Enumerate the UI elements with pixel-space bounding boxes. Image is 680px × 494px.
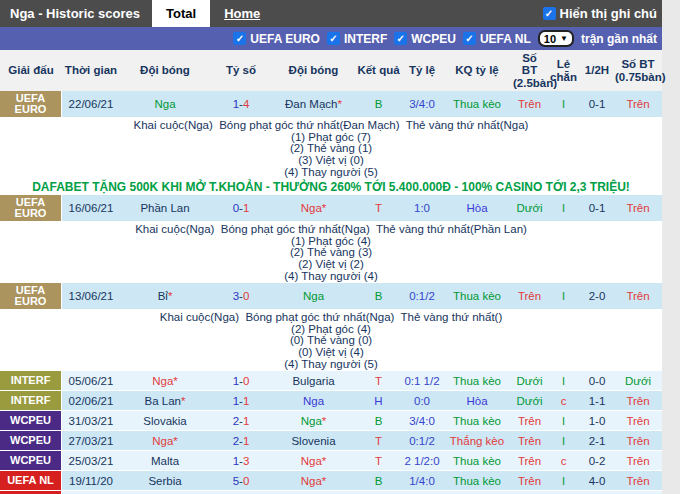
away-team-cell[interactable]: Đan Mạch*	[272, 98, 355, 110]
favorite-star: *	[337, 98, 341, 110]
odd-even-cell: l	[547, 375, 580, 387]
notes-header: Khai cuộc(Nga) Bóng phạt góc thứ nhất(Ng…	[0, 312, 662, 324]
away-team-cell[interactable]: Nga	[272, 395, 355, 407]
tab-home[interactable]: Home	[210, 0, 274, 27]
away-team-cell[interactable]: Nga*	[272, 475, 355, 487]
match-row: UEFA EURO 22/06/21 Nga 1-4 Đan Mạch* B 3…	[0, 91, 662, 118]
filter-uefa-euro[interactable]: ✓ UEFA EURO	[233, 32, 320, 46]
handicap-rate: 0:1 1/2	[402, 375, 442, 387]
home-team-cell[interactable]: Nga*	[120, 435, 210, 447]
score-cell: 0-1	[210, 202, 272, 214]
filter-label: UEFA EURO	[250, 32, 320, 46]
tab-total[interactable]: Total	[152, 0, 210, 27]
filter-wcpeu[interactable]: ✓ WCPEU	[394, 32, 456, 46]
match-date: 16/06/21	[62, 202, 120, 214]
rate-result: Thua kèo	[442, 290, 512, 302]
home-team-cell[interactable]: Nga	[120, 98, 210, 110]
competition-filter-bar: ✓ UEFA EURO ✓ INTERF ✓ WCPEU ✓ UEFA NL 1…	[0, 27, 662, 50]
checkbox-checked-icon[interactable]: ✓	[327, 32, 340, 45]
goals25-cell: Trên	[512, 290, 547, 302]
goals075-cell: Trên	[614, 98, 662, 110]
team-name: Slovenia	[291, 435, 335, 447]
goals075-cell: Trên	[614, 455, 662, 467]
result-cell: B	[355, 415, 402, 427]
match-row: UEFA EURO 16/06/21 Phần Lan 0-1 Nga* T 1…	[0, 195, 662, 222]
score-cell: 1-3	[210, 455, 272, 467]
halftime-score: 1-0	[580, 415, 614, 427]
checkbox-checked-icon[interactable]: ✓	[233, 32, 246, 45]
goals25-cell: Dưới	[512, 202, 547, 214]
home-team-cell[interactable]: Phần Lan	[120, 202, 210, 214]
handicap-rate: 1/4:0	[402, 475, 442, 487]
away-team-cell[interactable]: Nga*	[272, 415, 355, 427]
historic-scores-page: Nga - Historic scores Total Home ✓ Hiển …	[0, 0, 680, 494]
match-notes: Khai cuộc(Nga) Bóng phạt góc thứ nhất(Ng…	[0, 222, 662, 283]
halftime-score: 4-0	[580, 475, 614, 487]
match-row: WCPEU 27/03/21 Nga* 2-1 Slovenia T 0:1/2…	[0, 431, 662, 451]
handicap-rate: 0:1/2	[402, 290, 442, 302]
col-header-odd-even: Lẻ chẵn	[547, 58, 580, 83]
home-team-cell[interactable]: Nga*	[120, 375, 210, 387]
checkbox-checked-icon[interactable]: ✓	[543, 7, 556, 20]
score-cell: 1-0	[210, 375, 272, 387]
match-date: 05/06/21	[62, 375, 120, 387]
league-badge: UEFA EURO	[0, 91, 62, 117]
away-team-cell[interactable]: Bulgaria	[272, 375, 355, 387]
goals075-cell: Trên	[614, 395, 662, 407]
league-badge: INTERF	[0, 391, 62, 410]
home-team-cell[interactable]: Bỉ*	[120, 290, 210, 302]
odd-even-cell: l	[547, 290, 580, 302]
filter-uefa-nl[interactable]: ✓ UEFA NL	[463, 32, 531, 46]
goals25-cell: Trên	[512, 475, 547, 487]
goals075-cell: Trên	[614, 435, 662, 447]
away-score: 0	[243, 475, 249, 487]
away-team-cell[interactable]: Nga	[272, 290, 355, 302]
match-row: UEFA EURO 13/06/21 Bỉ* 3-0 Nga B 0:1/2 T…	[0, 283, 662, 310]
halftime-score: 0-0	[580, 375, 614, 387]
team-name: Nga	[301, 475, 322, 487]
away-team-cell[interactable]: Slovenia	[272, 435, 355, 447]
odd-even-cell: l	[547, 435, 580, 447]
league-badge: UEFA NL	[0, 471, 62, 490]
match-row: WCPEU 31/03/21 Slovakia 2-1 Nga* B 3/4:0…	[0, 411, 662, 431]
away-score: 0	[243, 375, 249, 387]
goals075-cell: Trên	[614, 290, 662, 302]
show-notes-label: Hiển thị ghi chú	[560, 6, 658, 21]
rate-result: Thua kèo	[442, 415, 512, 427]
ad-banner[interactable]: DAFABET TẶNG 500K KHI MỞ T.KHOẢN - THƯỞN…	[0, 179, 662, 195]
away-team-cell[interactable]: Nga*	[272, 455, 355, 467]
home-team-cell[interactable]: Ba Lan*	[120, 395, 210, 407]
halftime-score: 2-0	[580, 290, 614, 302]
checkbox-checked-icon[interactable]: ✓	[463, 32, 476, 45]
match-row: WCPEU 25/03/21 Malta 1-3 Nga* T 2 1/2:0 …	[0, 451, 662, 471]
match-row: INTERF 05/06/21 Nga* 1-0 Bulgaria T 0:1 …	[0, 371, 662, 391]
away-team-cell[interactable]: Nga*	[272, 202, 355, 214]
score-cell: 2-1	[210, 415, 272, 427]
halftime-score: 1-1	[580, 395, 614, 407]
filter-interf[interactable]: ✓ INTERF	[327, 32, 387, 46]
team-name: Bỉ	[158, 290, 168, 302]
away-score: 1	[243, 415, 249, 427]
match-date: 13/06/21	[62, 290, 120, 302]
odd-even-cell: l	[547, 98, 580, 110]
top-bar: Nga - Historic scores Total Home ✓ Hiển …	[0, 0, 662, 27]
note-line: (4) Thay người (5)	[0, 167, 662, 179]
show-notes-toggle[interactable]: ✓ Hiển thị ghi chú	[543, 0, 663, 27]
team-name: Nga	[301, 202, 322, 214]
home-team-cell[interactable]: Malta	[120, 455, 210, 467]
match-count-suffix: trận gần nhất	[581, 32, 657, 46]
goals25-cell: Dưới	[512, 395, 547, 407]
rate-result: Thua kèo	[442, 475, 512, 487]
col-header-rate: Tỷ lệ	[402, 64, 442, 76]
checkbox-checked-icon[interactable]: ✓	[394, 32, 407, 45]
halftime-score: 0-1	[580, 98, 614, 110]
note-line: (0) Việt vị (4)	[0, 347, 662, 359]
halftime-score: 0-1	[580, 202, 614, 214]
score-cell: 1-4	[210, 98, 272, 110]
favorite-star: *	[168, 290, 172, 302]
odd-even-cell: c	[547, 455, 580, 467]
home-team-cell[interactable]: Slovakia	[120, 415, 210, 427]
favorite-star: *	[173, 435, 177, 447]
home-team-cell[interactable]: Serbia	[120, 475, 210, 487]
match-count-select[interactable]: 10 ▼	[538, 30, 574, 47]
